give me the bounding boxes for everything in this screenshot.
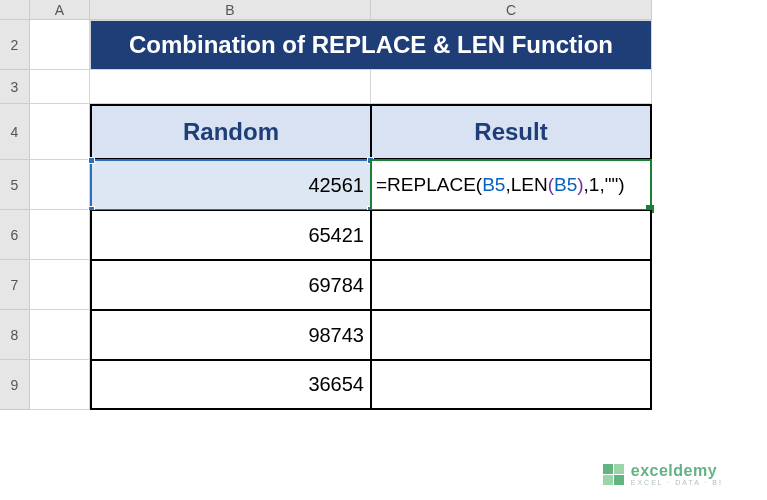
cell-C9[interactable] (371, 360, 652, 410)
watermark-text: exceldemy EXCEL · DATA · BI (631, 463, 723, 486)
selection-handle-icon (88, 157, 95, 164)
cell-C7[interactable] (371, 260, 652, 310)
cell-A6[interactable] (30, 210, 90, 260)
cell-A9[interactable] (30, 360, 90, 410)
row-header-8[interactable]: 8 (0, 310, 30, 360)
row-header-2[interactable]: 2 (0, 20, 30, 70)
title-cell[interactable]: Combination of REPLACE & LEN Function (90, 20, 652, 70)
row-header-7[interactable]: 7 (0, 260, 30, 310)
select-all-corner[interactable] (0, 0, 30, 20)
row-header-9[interactable]: 9 (0, 360, 30, 410)
cell-B8[interactable]: 98743 (90, 310, 371, 360)
watermark-name: exceldemy (631, 463, 723, 479)
row-header-5[interactable]: 5 (0, 160, 30, 210)
col-header-B[interactable]: B (90, 0, 371, 20)
cell-B5-value: 42561 (308, 174, 364, 197)
col-header-A[interactable]: A (30, 0, 90, 20)
cell-C5[interactable]: =REPLACE(B5,LEN(B5),1,"") (371, 160, 652, 210)
exceldemy-logo-icon (603, 464, 625, 486)
col-header-C[interactable]: C (371, 0, 652, 20)
watermark-tagline: EXCEL · DATA · BI (631, 479, 723, 486)
cell-A5[interactable] (30, 160, 90, 210)
cell-B5[interactable]: 42561 (90, 160, 371, 210)
header-result[interactable]: Result (371, 104, 652, 160)
cell-B9[interactable]: 36654 (90, 360, 371, 410)
spreadsheet-grid: A B C 2 Combination of REPLACE & LEN Fun… (0, 0, 767, 410)
cell-A3[interactable] (30, 70, 90, 104)
cell-C6[interactable] (371, 210, 652, 260)
cell-A4[interactable] (30, 104, 90, 160)
row-header-3[interactable]: 3 (0, 70, 30, 104)
row-header-4[interactable]: 4 (0, 104, 30, 160)
cell-A8[interactable] (30, 310, 90, 360)
cell-B3[interactable] (90, 70, 371, 104)
row-header-6[interactable]: 6 (0, 210, 30, 260)
cell-A2[interactable] (30, 20, 90, 70)
cell-B7[interactable]: 69784 (90, 260, 371, 310)
cell-A7[interactable] (30, 260, 90, 310)
cell-C8[interactable] (371, 310, 652, 360)
header-random[interactable]: Random (90, 104, 371, 160)
cell-C3[interactable] (371, 70, 652, 104)
formula-text: =REPLACE(B5,LEN(B5),1,"") (376, 174, 625, 196)
cell-B6[interactable]: 65421 (90, 210, 371, 260)
watermark: exceldemy EXCEL · DATA · BI (603, 463, 723, 486)
